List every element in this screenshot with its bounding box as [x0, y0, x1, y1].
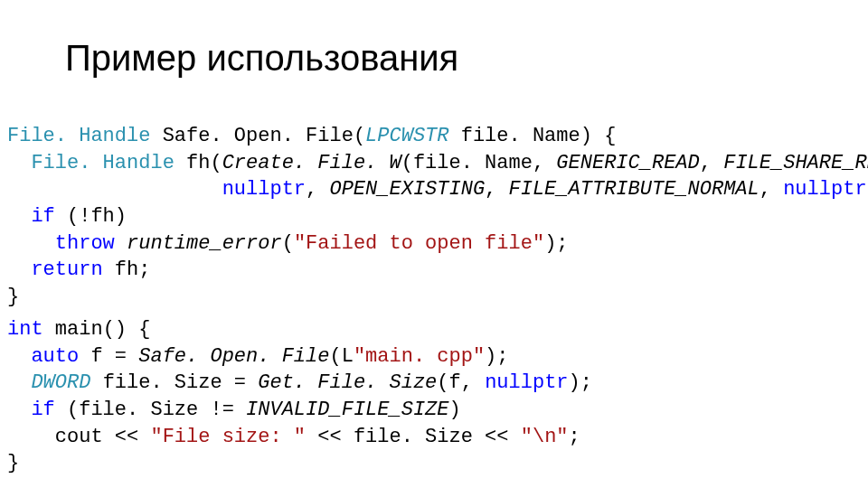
- kw-if: if: [31, 205, 54, 228]
- param-filename: file. Name: [461, 125, 580, 147]
- arg-f: f: [449, 371, 461, 394]
- kw-return: return: [31, 258, 102, 281]
- type-filehandle2: File. Handle: [31, 152, 174, 174]
- assign-f: f =: [90, 345, 138, 368]
- kw-if2: if: [31, 399, 54, 421]
- fn-main: main: [55, 318, 103, 341]
- type-lpcwstr: LPCWSTR: [365, 125, 448, 147]
- const-openexisting: OPEN_EXISTING: [329, 178, 485, 201]
- kw-throw: throw: [55, 232, 115, 255]
- id-cout: cout: [55, 426, 103, 448]
- var-filesize3: file. Size: [354, 426, 473, 448]
- slide-title: Пример использования: [65, 38, 458, 78]
- call-getfilesize: Get. File. Size: [258, 371, 437, 394]
- kw-nullptr1: nullptr: [222, 178, 306, 201]
- kw-int: int: [7, 318, 43, 341]
- call-safeopen: Safe. Open. File: [138, 345, 329, 368]
- var-filesize2: file. Size: [79, 399, 198, 421]
- const-genericread: GENERIC_READ: [556, 152, 699, 174]
- kw-nullptr3: nullptr: [485, 371, 568, 394]
- const-fileattrnormal: FILE_ATTRIBUTE_NORMAL: [509, 178, 760, 201]
- call-createfilew: Create. File. W: [222, 152, 401, 174]
- fn-safeopen: Safe. Open. File: [163, 125, 354, 147]
- type-dword: DWORD: [31, 371, 90, 394]
- slide: Пример использования File. Handle Safe. …: [0, 0, 868, 488]
- ret-fh: fh: [115, 258, 138, 281]
- str-newline: "\n": [521, 426, 569, 448]
- var-filesize: file. Size: [103, 371, 222, 394]
- arg-filename: file. Name: [413, 152, 533, 174]
- const-fileshareread: FILE_SHARE_READ: [723, 152, 868, 174]
- var-fh: fh: [186, 152, 210, 174]
- call-runtimeerror: runtime_error: [127, 232, 282, 255]
- code-block-2: int main() { auto f = Safe. Open. File(L…: [7, 316, 592, 477]
- kw-nullptr2: nullptr: [783, 178, 866, 201]
- type-filehandle: File. Handle: [7, 125, 150, 147]
- str-failed: "Failed to open file": [294, 232, 544, 255]
- code-block-1: File. Handle Safe. Open. File(LPCWSTR fi…: [7, 123, 868, 311]
- const-invalidfilesize: INVALID_FILE_SIZE: [246, 399, 448, 421]
- str-maincpp: "main. cpp": [354, 345, 485, 368]
- str-filesize: "File size: ": [150, 426, 306, 448]
- cond-notfh: (!fh): [67, 205, 127, 228]
- kw-auto: auto: [31, 345, 79, 368]
- lprefix: L: [342, 345, 354, 368]
